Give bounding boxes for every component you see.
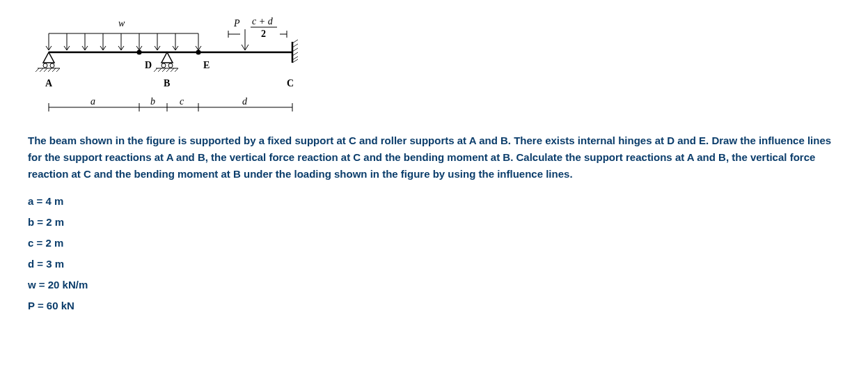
dim-c: c (180, 96, 184, 107)
label-w: w (118, 18, 125, 29)
svg-point-18 (43, 63, 47, 68)
parameter-list: a = 4 m b = 2 m c = 2 m d = 3 m w = 20 k… (28, 191, 840, 316)
label-E: E (203, 60, 210, 70)
label-cd-den: 2 (261, 29, 266, 39)
support-C (292, 40, 298, 63)
param-P: P = 60 kN (28, 295, 840, 316)
svg-line-26 (56, 68, 60, 72)
label-D: D (145, 60, 152, 70)
svg-marker-27 (161, 52, 173, 63)
svg-point-28 (161, 63, 166, 68)
svg-line-38 (292, 40, 298, 43)
param-d: d = 3 m (28, 254, 840, 275)
label-cd-num: c + d (252, 16, 274, 26)
support-A (35, 52, 60, 72)
dim-d: d (242, 96, 248, 107)
svg-line-21 (35, 68, 39, 72)
beam-diagram: w P c + d 2 (28, 14, 320, 118)
support-B (154, 52, 178, 72)
param-b: b = 2 m (28, 212, 840, 233)
problem-statement: The beam shown in the figure is supporte… (28, 132, 840, 183)
svg-line-24 (48, 68, 52, 72)
svg-line-34 (166, 68, 170, 72)
svg-line-23 (44, 68, 47, 72)
hinge-D (137, 50, 142, 55)
svg-line-25 (52, 68, 56, 72)
hinge-E (196, 50, 201, 55)
svg-line-33 (162, 68, 166, 72)
svg-point-29 (168, 63, 173, 68)
svg-line-32 (158, 68, 161, 72)
svg-line-22 (40, 68, 43, 72)
dim-a: a (90, 96, 95, 107)
svg-line-31 (154, 68, 157, 72)
param-c: c = 2 m (28, 233, 840, 254)
svg-marker-17 (43, 52, 54, 63)
label-C: C (287, 78, 294, 88)
dim-b: b (150, 96, 155, 107)
label-A: A (45, 78, 53, 88)
param-a: a = 4 m (28, 191, 840, 212)
label-P: P (233, 18, 240, 29)
svg-line-35 (171, 68, 174, 72)
label-B: B (164, 78, 170, 88)
param-w: w = 20 kN/m (28, 275, 840, 295)
page-root: w P c + d 2 (0, 0, 868, 370)
svg-point-19 (50, 63, 54, 68)
svg-line-36 (175, 68, 178, 72)
